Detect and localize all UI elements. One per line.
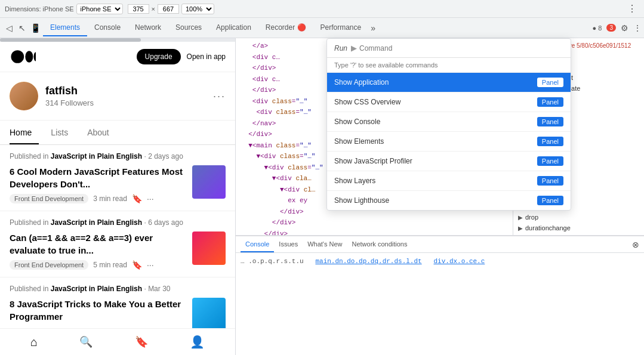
console-tab-networkcond[interactable]: Network conditions bbox=[347, 236, 412, 252]
article-publisher-1: Published in JavaScript in Plain English… bbox=[10, 152, 226, 160]
event-item-durationchange[interactable]: ▶ durationchange bbox=[513, 223, 644, 233]
bottom-profile-icon[interactable]: 👤 bbox=[190, 335, 205, 349]
bottom-search-icon[interactable]: 🔍 bbox=[79, 335, 93, 348]
read-time-2: 5 min read bbox=[93, 261, 127, 269]
tab-recorder[interactable]: Recorder 🔴 bbox=[258, 20, 313, 36]
overlay-item-js-profiler[interactable]: Show JavaScript Profiler Panel bbox=[327, 152, 571, 171]
nav-tab-home[interactable]: Home bbox=[10, 121, 39, 144]
device-select[interactable]: iPhone SE bbox=[76, 4, 123, 14]
code-line[interactable]: </div> bbox=[236, 229, 513, 236]
svg-point-0 bbox=[11, 50, 24, 63]
medium-logo bbox=[10, 49, 36, 64]
tab-overflow[interactable]: » bbox=[368, 23, 378, 33]
bottom-home-icon[interactable]: ⌂ bbox=[30, 335, 38, 349]
height-input[interactable] bbox=[158, 4, 179, 14]
overlay-input-row: Run ▶ bbox=[327, 39, 571, 58]
profile-nav-tabs: Home Lists About bbox=[0, 121, 235, 145]
console-bottom-panel: Console Issues What's New Network condit… bbox=[236, 236, 644, 355]
overlay-item-css-overview[interactable]: Show CSS Overview Panel bbox=[327, 92, 571, 112]
width-input[interactable] bbox=[128, 4, 149, 14]
tab-right-icons: ● 8 3 ⚙ ⋮ bbox=[593, 23, 642, 33]
read-time-1: 3 min read bbox=[93, 195, 127, 203]
article-more-1[interactable]: ··· bbox=[147, 194, 154, 203]
bottom-bookmark-icon[interactable]: 🔖 bbox=[135, 335, 148, 348]
panel-phone-btn[interactable]: 📱 bbox=[28, 23, 43, 33]
console-tabs: Console Issues What's New Network condit… bbox=[236, 236, 644, 253]
tab-performance[interactable]: Performance bbox=[313, 20, 369, 36]
overlay-hint: Type '?' to see available commands bbox=[327, 58, 571, 73]
devtools-tabs-bar: ◁ ↖ 📱 Elements Console Network Sources A… bbox=[0, 18, 644, 38]
bookmark-icon-2[interactable]: 🔖 bbox=[132, 260, 142, 270]
tab-elements[interactable]: Elements bbox=[43, 20, 87, 36]
profile-section: fatfish 314 Followers ··· bbox=[0, 72, 235, 121]
settings-gear-button[interactable]: ⚙ bbox=[621, 23, 628, 33]
devtools-more-button[interactable]: ⋮ bbox=[625, 2, 639, 16]
profile-name: fatfish bbox=[45, 85, 206, 97]
zoom-select[interactable]: 100% bbox=[181, 4, 214, 14]
event-item-drop[interactable]: ▶ drop bbox=[513, 212, 644, 223]
mobile-content-area: Upgrade Open in app fatfish 314 Follower… bbox=[0, 42, 235, 328]
panel-cursor-btn[interactable]: ↖ bbox=[16, 23, 28, 33]
console-tab-issues[interactable]: Issues bbox=[274, 236, 303, 252]
svg-point-1 bbox=[25, 51, 33, 63]
console-tab-whatsnew[interactable]: What's New bbox=[303, 236, 347, 252]
svg-point-2 bbox=[33, 52, 36, 61]
red-badge: 3 bbox=[606, 24, 616, 32]
article-title-2[interactable]: Can (a==1 && a==2 && a==3) ever evaluate… bbox=[10, 231, 185, 257]
article-item-1: Published in JavaScript in Plain English… bbox=[0, 145, 235, 211]
article-title-1[interactable]: 6 Cool Modern JavaScript Features Most D… bbox=[10, 165, 185, 190]
article-publisher-2: Published in JavaScript in Plain English… bbox=[10, 218, 226, 227]
console-content[interactable]: … .o.p.q.r.s.t.u main.dn.do.dp.dq.dr.ds.… bbox=[236, 253, 644, 355]
article-publisher-3: Published in JavaScript in Plain English… bbox=[10, 285, 226, 293]
overlay-item-show-application[interactable]: Show Application Panel bbox=[327, 73, 571, 92]
overlay-item-show-layers[interactable]: Show Layers Panel bbox=[327, 171, 571, 191]
article-item-2: Published in JavaScript in Plain English… bbox=[0, 211, 235, 277]
console-tab-console[interactable]: Console bbox=[241, 236, 274, 252]
article-thumb-3 bbox=[192, 298, 226, 328]
profile-info: fatfish 314 Followers bbox=[45, 85, 206, 107]
article-more-2[interactable]: ··· bbox=[147, 260, 154, 270]
console-close-btn[interactable]: ⊗ bbox=[632, 240, 639, 249]
article-title-3[interactable]: 8 JavaScript Tricks to Make You a Better… bbox=[10, 298, 185, 323]
medium-header: Upgrade Open in app bbox=[0, 42, 235, 72]
bookmark-icon-1[interactable]: 🔖 bbox=[132, 194, 142, 203]
overlay-item-show-lighthouse[interactable]: Show Lighthouse Panel bbox=[327, 191, 571, 210]
profile-followers: 314 Followers bbox=[45, 98, 206, 107]
nav-tab-about[interactable]: About bbox=[80, 121, 116, 144]
mobile-bottom-bar: ⌂ 🔍 🔖 👤 bbox=[0, 328, 235, 355]
devtools-dots-button[interactable]: ⋮ bbox=[633, 23, 642, 33]
tab-application[interactable]: Application bbox=[209, 20, 258, 36]
devtools-top-bar: Dimensions: iPhone SE iPhone SE × 100% ⋮ bbox=[0, 0, 644, 18]
article-thumb-2 bbox=[192, 231, 226, 265]
panel-toggle-left[interactable]: ◁ bbox=[2, 23, 16, 33]
console-breadcrumb: … .o.p.q.r.s.t.u main.dn.do.dp.dq.dr.ds.… bbox=[241, 255, 639, 268]
article-meta-1: Front End Development 3 min read 🔖 ··· bbox=[10, 194, 185, 203]
dim-sep: × bbox=[152, 5, 155, 13]
run-label: Run bbox=[334, 44, 347, 53]
tab-sources[interactable]: Sources bbox=[168, 20, 209, 36]
mobile-preview-panel: Upgrade Open in app fatfish 314 Follower… bbox=[0, 38, 236, 355]
event-item-emptied[interactable]: ▶ emptied bbox=[513, 233, 644, 235]
command-input[interactable] bbox=[359, 44, 563, 53]
code-line[interactable]: </div> bbox=[236, 217, 513, 229]
article-thumb-1 bbox=[192, 165, 226, 199]
article-meta-2: Front End Development 5 min read 🔖 ··· bbox=[10, 260, 185, 270]
tab-network[interactable]: Network bbox=[128, 20, 168, 36]
open-in-app-link[interactable]: Open in app bbox=[187, 53, 226, 61]
overlay-item-show-console[interactable]: Show Console Panel bbox=[327, 112, 571, 132]
tab-console[interactable]: Console bbox=[87, 20, 128, 36]
profile-more-button[interactable]: ··· bbox=[213, 90, 226, 103]
nav-tab-lists[interactable]: Lists bbox=[44, 121, 75, 144]
article-tag-1[interactable]: Front End Development bbox=[10, 194, 88, 203]
circle-badge: ● 8 bbox=[593, 24, 602, 32]
avatar bbox=[10, 82, 38, 110]
command-overlay: Run ▶ Type '?' to see available commands… bbox=[326, 38, 571, 211]
dimensions-label: Dimensions: iPhone SE bbox=[5, 5, 74, 13]
upgrade-button[interactable]: Upgrade bbox=[137, 49, 181, 64]
article-item-3: Published in JavaScript in Plain English… bbox=[0, 277, 235, 328]
article-tag-2[interactable]: Front End Development bbox=[10, 260, 88, 270]
overlay-item-show-elements[interactable]: Show Elements Panel bbox=[327, 132, 571, 152]
